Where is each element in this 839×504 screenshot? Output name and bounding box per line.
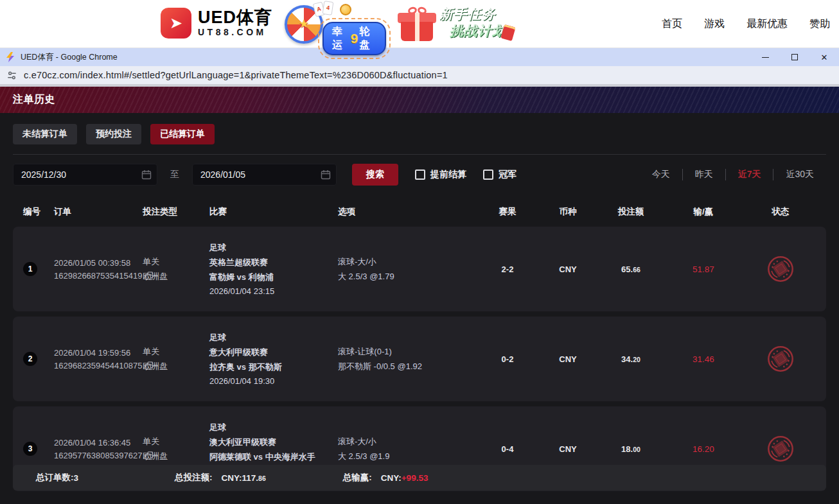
order-id: 1629577638085397627 <box>54 451 142 460</box>
chrome-urlbar[interactable]: c.e70cz.com/index.html#/settled?getUrlLa… <box>0 66 839 87</box>
calendar-icon[interactable] <box>141 169 152 180</box>
match-league: 意大利甲级联赛 <box>209 347 338 358</box>
logo-arrow-icon: ➤ <box>161 8 191 39</box>
table-row: 1 2026/01/05 00:39:58 162982668753541541… <box>13 227 826 311</box>
match-sport: 足球 <box>209 242 338 254</box>
site-settings-icon[interactable] <box>6 70 17 81</box>
match-league: 澳大利亚甲级联赛 <box>209 437 338 448</box>
match-sport: 足球 <box>209 332 338 343</box>
quick-link-last30days[interactable]: 近30天 <box>773 169 826 180</box>
nav-sponsor[interactable]: 赞助 <box>809 17 830 31</box>
total-stake-value: CNY:117.86 <box>222 473 266 483</box>
page-title: 注单历史 <box>13 93 55 107</box>
filter-bar: 至 搜索 提前结算 冠军 今天 昨天 近7天 近30天 <box>13 164 826 186</box>
date-to-input[interactable] <box>192 164 337 186</box>
order-time: 2026/01/04 19:59:56 <box>54 348 143 358</box>
site-logo[interactable]: ➤ UED体育 UT88.COM <box>161 8 272 39</box>
tab-unsettled-orders[interactable]: 未结算订单 <box>13 124 77 144</box>
roulette-pill-border: 幸运 9 轮盘 <box>318 18 391 59</box>
winloss-amount: 51.87 <box>662 265 745 274</box>
promo-roulette-text-pre: 幸运 <box>332 25 349 52</box>
option-pick: 大 2.5/3 @1.9 <box>338 451 479 462</box>
order-time: 2026/01/04 16:36:45 <box>54 438 143 448</box>
tab-scheduled-bets[interactable]: 预约投注 <box>86 124 141 144</box>
tab-divider <box>13 154 826 155</box>
stake-amount: 18.00 <box>600 444 662 454</box>
search-button[interactable]: 搜索 <box>352 164 398 186</box>
total-winloss-value: CNY:+99.53 <box>381 473 428 483</box>
nav-games[interactable]: 游戏 <box>704 17 725 31</box>
top-nav: 首页 游戏 最新优惠 赞助 <box>662 0 830 48</box>
chrome-titlebar[interactable]: UED体育 - Google Chrome ✕ <box>0 48 839 66</box>
col-option: 选项 <box>338 206 479 218</box>
total-winloss-label: 总输赢: <box>343 472 372 483</box>
order-id: 1629826687535415419 <box>54 271 142 281</box>
table-header: 编号 订单 投注类型 比赛 选项 赛果 币种 投注额 输/赢 状态 <box>13 202 826 222</box>
champion-checkbox[interactable]: 冠军 <box>483 169 517 180</box>
gift-box-icon <box>400 9 434 41</box>
calendar-icon[interactable] <box>321 169 331 180</box>
lightning-favicon-icon <box>5 52 15 62</box>
row-number-badge: 3 <box>23 442 37 456</box>
window-title: UED体育 - Google Chrome <box>21 52 118 63</box>
order-list: 1 2026/01/05 00:39:58 162982668753541541… <box>13 227 826 491</box>
promo-lucky-roulette-banner[interactable]: A 4 幸运 9 轮盘 <box>285 4 391 45</box>
address-url[interactable]: c.e70cz.com/index.html#/settled?getUrlLa… <box>24 70 448 80</box>
settled-stamp-icon <box>766 254 795 284</box>
col-status: 状态 <box>745 206 816 218</box>
settled-stamp-icon <box>766 344 795 374</box>
bet-history-page: 注单历史 未结算订单 预约投注 已结算订单 至 搜索 提前结算 冠军 今天 昨天… <box>0 87 839 501</box>
checkbox-icon[interactable] <box>483 169 493 180</box>
stake-amount: 34.20 <box>600 354 662 364</box>
tab-settled-orders[interactable]: 已结算订单 <box>150 124 215 144</box>
option-market: 滚球-大/小 <box>338 436 479 448</box>
maximize-button[interactable] <box>780 48 809 66</box>
match-league: 英格兰超级联赛 <box>209 257 338 268</box>
match-teams: 富勒姆 vs 利物浦 <box>209 272 338 283</box>
early-settlement-checkbox[interactable]: 提前结算 <box>415 169 466 180</box>
nav-promotions[interactable]: 最新优惠 <box>746 17 788 31</box>
col-winloss: 输/赢 <box>662 206 745 218</box>
winloss-amount: 16.20 <box>662 444 745 454</box>
order-id: 1629682359454410875 <box>54 361 142 370</box>
page-title-band: 注单历史 <box>0 87 839 113</box>
stake-amount: 65.66 <box>600 265 662 274</box>
summary-bar: 总订单数: 3 总投注额: CNY:117.86 总输赢: CNY:+99.53 <box>13 465 826 491</box>
option-pick: 那不勒斯 -0/0.5 @1.92 <box>338 361 479 372</box>
order-tabs: 未结算订单 预约投注 已结算订单 <box>0 113 839 144</box>
match-result: 0-4 <box>479 444 536 454</box>
col-no: 编号 <box>23 206 54 218</box>
promo-newbie-task-banner[interactable]: 新手任务 挑战计划 <box>400 4 518 45</box>
settled-stamp-icon <box>766 434 795 464</box>
bet-type: 单关 <box>143 256 209 268</box>
odds-format: 欧洲盘 <box>143 271 209 282</box>
option-market: 滚球-让球(0-1) <box>338 346 479 358</box>
col-result: 赛果 <box>479 206 536 218</box>
minimize-button[interactable] <box>750 48 780 66</box>
date-from-input[interactable] <box>13 164 157 186</box>
checkbox-icon[interactable] <box>415 169 425 180</box>
promo-newbie-text: 新手任务 挑战计划 <box>439 6 506 39</box>
match-teams: 阿德莱德联 vs 中央海岸水手 <box>209 451 338 463</box>
total-stake-label: 总投注额: <box>175 472 213 483</box>
col-order: 订单 <box>54 206 143 218</box>
quick-link-last7days[interactable]: 近7天 <box>725 169 773 180</box>
option-market: 滚球-大/小 <box>338 256 479 268</box>
total-orders-label: 总订单数: <box>36 472 74 483</box>
quick-date-links: 今天 昨天 近7天 近30天 <box>640 164 826 186</box>
match-time: 2026/01/04 19:30 <box>209 376 338 386</box>
col-stake: 投注额 <box>600 206 662 218</box>
bet-type: 单关 <box>143 436 209 448</box>
row-number-badge: 2 <box>23 352 37 366</box>
match-teams: 拉齐奥 vs 那不勒斯 <box>209 361 338 373</box>
close-button[interactable]: ✕ <box>809 48 839 66</box>
quick-link-yesterday[interactable]: 昨天 <box>682 169 725 180</box>
date-range-to-label: 至 <box>157 169 192 180</box>
logo-subtitle: UT88.COM <box>198 26 272 38</box>
nav-home[interactable]: 首页 <box>662 17 682 31</box>
quick-link-today[interactable]: 今天 <box>640 169 682 180</box>
currency: CNY <box>536 444 600 454</box>
playing-card-icon: 4 <box>322 1 334 15</box>
match-time: 2026/01/04 23:15 <box>209 286 338 296</box>
winloss-amount: 31.46 <box>662 354 745 364</box>
